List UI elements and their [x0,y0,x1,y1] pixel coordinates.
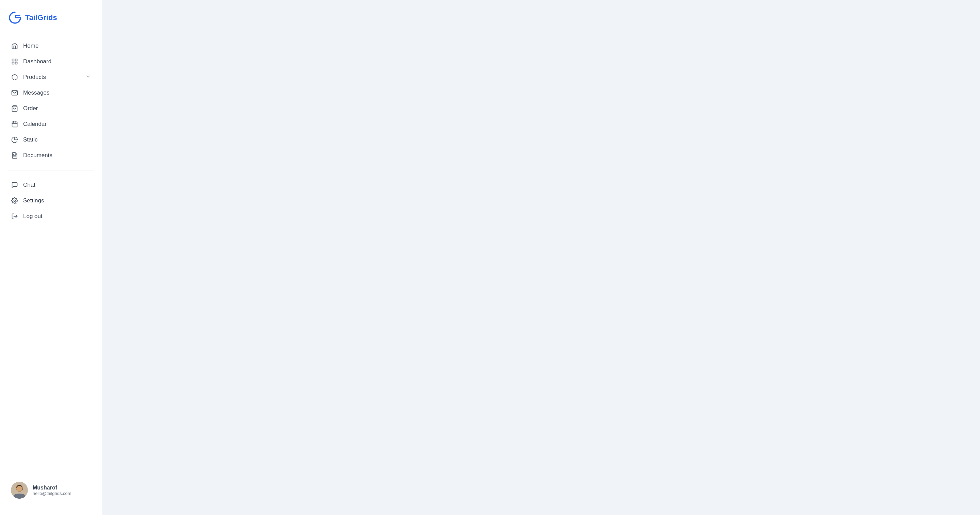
user-email: hello@tailgrids.com [33,491,72,496]
sidebar-item-order[interactable]: Order [8,101,94,116]
svg-rect-0 [12,59,14,61]
sidebar-item-label: Products [23,74,46,81]
logout-icon [11,213,18,220]
sidebar-item-settings[interactable]: Settings [8,193,94,208]
sidebar: TailGrids Home Dashboard [0,0,102,515]
sidebar-item-logout[interactable]: Log out [8,208,94,224]
svg-rect-5 [12,122,18,127]
nav-divider [8,170,94,170]
sidebar-item-label: Log out [23,213,43,220]
sidebar-item-dashboard[interactable]: Dashboard [8,54,94,69]
svg-point-11 [14,200,16,202]
chevron-down-icon [86,74,91,81]
sidebar-item-home[interactable]: Home [8,38,94,54]
brand-logo-icon [8,11,22,24]
brand-name: TailGrids [25,13,57,22]
sidebar-item-label: Static [23,137,38,143]
avatar [11,482,28,499]
sidebar-item-label: Order [23,105,38,112]
sidebar-item-label: Documents [23,152,52,159]
svg-rect-1 [15,59,18,61]
sidebar-item-label: Calendar [23,121,47,127]
messages-icon [11,89,18,97]
svg-rect-2 [12,62,14,64]
sidebar-item-calendar[interactable]: Calendar [8,116,94,132]
sidebar-item-messages[interactable]: Messages [8,85,94,101]
user-profile[interactable]: Musharof hello@tailgrids.com [8,476,94,504]
sidebar-item-products[interactable]: Products [8,69,94,85]
main-content [102,0,980,515]
static-icon [11,136,18,143]
user-info: Musharof hello@tailgrids.com [33,485,72,496]
home-icon [11,42,18,50]
sidebar-item-chat[interactable]: Chat [8,177,94,193]
dashboard-icon [11,58,18,65]
sidebar-item-static[interactable]: Static [8,132,94,148]
sidebar-item-label: Dashboard [23,58,51,65]
logo-area[interactable]: TailGrids [8,11,94,24]
calendar-icon [11,121,18,128]
primary-nav: Home Dashboard Products [8,38,94,476]
documents-icon [11,152,18,159]
sidebar-item-label: Chat [23,182,35,188]
svg-rect-3 [15,62,18,64]
products-icon [11,73,18,81]
chat-icon [11,181,18,189]
settings-icon [11,197,18,204]
sidebar-item-label: Settings [23,197,44,204]
sidebar-item-documents[interactable]: Documents [8,148,94,163]
sidebar-item-label: Messages [23,89,49,96]
order-icon [11,105,18,112]
sidebar-item-label: Home [23,43,38,49]
user-name: Musharof [33,485,72,491]
